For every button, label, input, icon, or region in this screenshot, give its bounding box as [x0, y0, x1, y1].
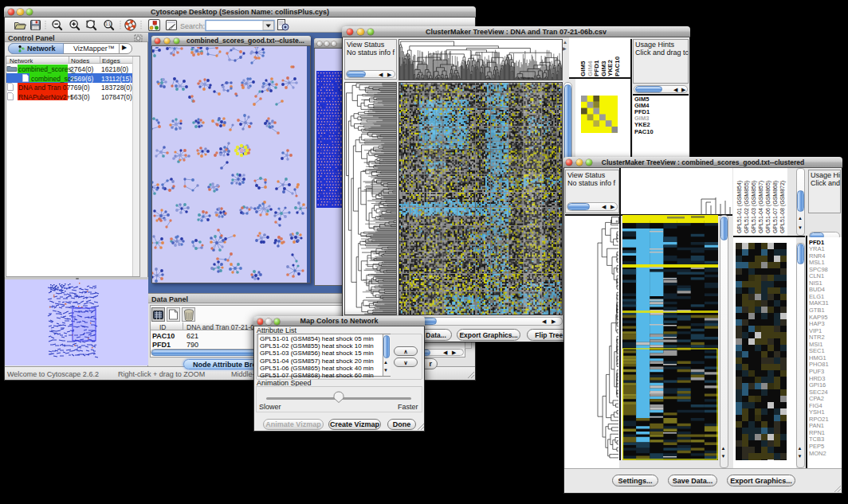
svg-text:1:1: 1:1	[105, 22, 111, 26]
svg-text:Search:: Search:	[180, 22, 205, 30]
